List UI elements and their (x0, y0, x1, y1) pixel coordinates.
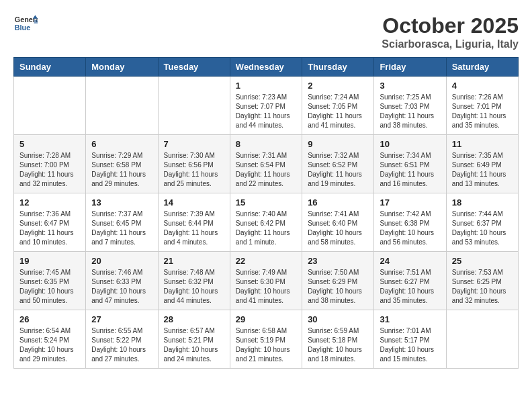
day-info: Sunrise: 7:46 AM Sunset: 6:33 PM Dayligh… (91, 268, 152, 306)
calendar-cell: 9Sunrise: 7:32 AM Sunset: 6:52 PM Daylig… (302, 135, 374, 193)
day-number: 13 (91, 197, 152, 208)
calendar-cell: 19Sunrise: 7:45 AM Sunset: 6:35 PM Dayli… (14, 252, 86, 310)
calendar-cell: 24Sunrise: 7:51 AM Sunset: 6:27 PM Dayli… (374, 252, 446, 310)
day-number: 14 (164, 197, 224, 208)
day-number: 3 (380, 81, 440, 91)
day-info: Sunrise: 7:53 AM Sunset: 6:25 PM Dayligh… (452, 268, 513, 306)
day-info: Sunrise: 7:26 AM Sunset: 7:01 PM Dayligh… (452, 93, 513, 130)
day-info: Sunrise: 7:31 AM Sunset: 6:54 PM Dayligh… (236, 151, 296, 189)
day-info: Sunrise: 6:55 AM Sunset: 5:22 PM Dayligh… (91, 326, 152, 364)
calendar-cell: 31Sunrise: 7:01 AM Sunset: 5:17 PM Dayli… (374, 310, 446, 369)
day-number: 28 (164, 314, 224, 324)
day-number: 15 (236, 197, 296, 208)
calendar-week-4: 19Sunrise: 7:45 AM Sunset: 6:35 PM Dayli… (14, 252, 519, 310)
day-number: 9 (308, 139, 368, 149)
day-number: 29 (236, 314, 296, 324)
day-info: Sunrise: 7:49 AM Sunset: 6:30 PM Dayligh… (236, 268, 296, 306)
day-info: Sunrise: 7:37 AM Sunset: 6:45 PM Dayligh… (91, 210, 152, 247)
weekday-header-saturday: Saturday (446, 58, 518, 77)
calendar-cell: 18Sunrise: 7:44 AM Sunset: 6:37 PM Dayli… (446, 193, 518, 252)
day-info: Sunrise: 7:45 AM Sunset: 6:35 PM Dayligh… (19, 268, 80, 306)
day-info: Sunrise: 7:28 AM Sunset: 7:00 PM Dayligh… (19, 151, 80, 189)
calendar-cell (14, 77, 86, 135)
day-info: Sunrise: 7:29 AM Sunset: 6:58 PM Dayligh… (91, 151, 152, 189)
calendar-week-5: 26Sunrise: 6:54 AM Sunset: 5:24 PM Dayli… (14, 310, 519, 369)
day-info: Sunrise: 6:54 AM Sunset: 5:24 PM Dayligh… (19, 326, 80, 364)
day-number: 12 (19, 197, 80, 208)
day-info: Sunrise: 7:41 AM Sunset: 6:40 PM Dayligh… (308, 210, 368, 247)
calendar-week-2: 5Sunrise: 7:28 AM Sunset: 7:00 PM Daylig… (14, 135, 519, 193)
calendar-cell: 28Sunrise: 6:57 AM Sunset: 5:21 PM Dayli… (158, 310, 230, 369)
calendar-cell: 20Sunrise: 7:46 AM Sunset: 6:33 PM Dayli… (86, 252, 158, 310)
day-info: Sunrise: 6:57 AM Sunset: 5:21 PM Dayligh… (164, 326, 224, 364)
calendar-cell: 5Sunrise: 7:28 AM Sunset: 7:00 PM Daylig… (14, 135, 86, 193)
day-info: Sunrise: 6:59 AM Sunset: 5:18 PM Dayligh… (308, 326, 368, 364)
calendar-cell: 12Sunrise: 7:36 AM Sunset: 6:47 PM Dayli… (14, 193, 86, 252)
calendar-header-row: SundayMondayTuesdayWednesdayThursdayFrid… (14, 58, 519, 77)
calendar-cell: 16Sunrise: 7:41 AM Sunset: 6:40 PM Dayli… (302, 193, 374, 252)
calendar-cell: 10Sunrise: 7:34 AM Sunset: 6:51 PM Dayli… (374, 135, 446, 193)
calendar-cell: 3Sunrise: 7:25 AM Sunset: 7:03 PM Daylig… (374, 77, 446, 135)
day-number: 20 (91, 256, 152, 266)
day-info: Sunrise: 7:51 AM Sunset: 6:27 PM Dayligh… (380, 268, 440, 306)
calendar-cell: 2Sunrise: 7:24 AM Sunset: 7:05 PM Daylig… (302, 77, 374, 135)
calendar-cell: 6Sunrise: 7:29 AM Sunset: 6:58 PM Daylig… (86, 135, 158, 193)
weekday-header-monday: Monday (86, 58, 158, 77)
day-info: Sunrise: 7:32 AM Sunset: 6:52 PM Dayligh… (308, 151, 368, 189)
day-number: 30 (308, 314, 368, 324)
day-info: Sunrise: 7:44 AM Sunset: 6:37 PM Dayligh… (452, 210, 513, 247)
day-info: Sunrise: 7:01 AM Sunset: 5:17 PM Dayligh… (380, 326, 440, 364)
day-info: Sunrise: 7:35 AM Sunset: 6:49 PM Dayligh… (452, 151, 513, 189)
day-info: Sunrise: 7:40 AM Sunset: 6:42 PM Dayligh… (236, 210, 296, 247)
day-number: 26 (19, 314, 80, 324)
weekday-header-friday: Friday (374, 58, 446, 77)
calendar-cell: 26Sunrise: 6:54 AM Sunset: 5:24 PM Dayli… (14, 310, 86, 369)
day-number: 21 (164, 256, 224, 266)
calendar-cell: 11Sunrise: 7:35 AM Sunset: 6:49 PM Dayli… (446, 135, 518, 193)
logo-icon: General Blue (13, 13, 38, 34)
day-number: 6 (91, 139, 152, 149)
calendar-week-1: 1Sunrise: 7:23 AM Sunset: 7:07 PM Daylig… (14, 77, 519, 135)
calendar-cell: 27Sunrise: 6:55 AM Sunset: 5:22 PM Dayli… (86, 310, 158, 369)
day-number: 24 (380, 256, 440, 266)
calendar-cell: 15Sunrise: 7:40 AM Sunset: 6:42 PM Dayli… (230, 193, 302, 252)
day-number: 27 (91, 314, 152, 324)
location-subtitle: Sciarborasca, Liguria, Italy (382, 38, 519, 50)
calendar-cell: 29Sunrise: 6:58 AM Sunset: 5:19 PM Dayli… (230, 310, 302, 369)
calendar-cell: 23Sunrise: 7:50 AM Sunset: 6:29 PM Dayli… (302, 252, 374, 310)
logo: General Blue (13, 13, 38, 34)
calendar-cell: 7Sunrise: 7:30 AM Sunset: 6:56 PM Daylig… (158, 135, 230, 193)
calendar-week-3: 12Sunrise: 7:36 AM Sunset: 6:47 PM Dayli… (14, 193, 519, 252)
weekday-header-wednesday: Wednesday (230, 58, 302, 77)
calendar-cell (86, 77, 158, 135)
day-number: 23 (308, 256, 368, 266)
month-title: October 2025 (382, 13, 519, 38)
day-number: 17 (380, 197, 440, 208)
calendar-cell: 1Sunrise: 7:23 AM Sunset: 7:07 PM Daylig… (230, 77, 302, 135)
calendar-cell: 22Sunrise: 7:49 AM Sunset: 6:30 PM Dayli… (230, 252, 302, 310)
day-info: Sunrise: 7:25 AM Sunset: 7:03 PM Dayligh… (380, 93, 440, 130)
calendar-cell: 8Sunrise: 7:31 AM Sunset: 6:54 PM Daylig… (230, 135, 302, 193)
day-number: 18 (452, 197, 513, 208)
day-number: 7 (164, 139, 224, 149)
day-info: Sunrise: 7:42 AM Sunset: 6:38 PM Dayligh… (380, 210, 440, 247)
svg-text:Blue: Blue (15, 24, 30, 32)
day-number: 16 (308, 197, 368, 208)
day-info: Sunrise: 7:48 AM Sunset: 6:32 PM Dayligh… (164, 268, 224, 306)
day-info: Sunrise: 7:23 AM Sunset: 7:07 PM Dayligh… (236, 93, 296, 130)
calendar-cell: 21Sunrise: 7:48 AM Sunset: 6:32 PM Dayli… (158, 252, 230, 310)
day-number: 22 (236, 256, 296, 266)
calendar-cell: 25Sunrise: 7:53 AM Sunset: 6:25 PM Dayli… (446, 252, 518, 310)
day-number: 8 (236, 139, 296, 149)
day-number: 10 (380, 139, 440, 149)
day-info: Sunrise: 6:58 AM Sunset: 5:19 PM Dayligh… (236, 326, 296, 364)
day-number: 2 (308, 81, 368, 91)
calendar-table: SundayMondayTuesdayWednesdayThursdayFrid… (13, 57, 519, 369)
day-number: 5 (19, 139, 80, 149)
day-info: Sunrise: 7:30 AM Sunset: 6:56 PM Dayligh… (164, 151, 224, 189)
calendar-cell: 17Sunrise: 7:42 AM Sunset: 6:38 PM Dayli… (374, 193, 446, 252)
page-header: General Blue October 2025 Sciarborasca, … (13, 13, 519, 50)
day-number: 11 (452, 139, 513, 149)
calendar-cell (158, 77, 230, 135)
calendar-cell: 30Sunrise: 6:59 AM Sunset: 5:18 PM Dayli… (302, 310, 374, 369)
